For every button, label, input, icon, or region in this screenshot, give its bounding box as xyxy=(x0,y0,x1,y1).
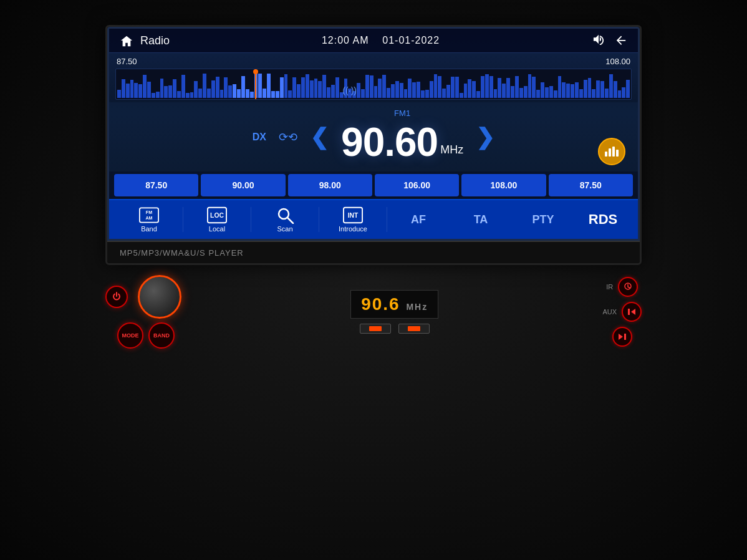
scan-button[interactable]: Scan xyxy=(251,204,319,235)
bottom-controls: FM AM Band LOC Local xyxy=(109,199,638,239)
preset-row: 87.50 90.00 98.00 106.00 108.00 87.50 xyxy=(109,171,638,199)
radio-title: Radio xyxy=(140,34,170,47)
main-frequency: 90.60 xyxy=(341,119,438,165)
scan-label-text: Scan xyxy=(277,225,292,233)
preset-5[interactable]: 108.00 xyxy=(461,174,546,196)
home-icon[interactable] xyxy=(119,35,134,46)
top-bar: Radio 12:00 AM 01-01-2022 xyxy=(109,29,638,53)
usb-slot-1 xyxy=(360,324,391,334)
prev-button[interactable] xyxy=(622,302,642,322)
introduce-label-text: Introduce xyxy=(339,225,367,233)
freq-max: 108.00 xyxy=(605,57,630,66)
mhz-label: MHz xyxy=(440,143,463,157)
unit-bottom: MP5/MP3/WMA&U/S PLAYER xyxy=(107,241,640,263)
eq-icon[interactable] xyxy=(598,138,625,165)
svg-rect-1 xyxy=(609,148,611,157)
power-button[interactable] xyxy=(105,286,128,308)
physical-controls: MODE BAND 90.6 MHz IR xyxy=(105,269,642,355)
freq-center: FM1 90.60 MHz xyxy=(341,109,463,165)
freq-bar-section: 87.50 108.00 ((·)) xyxy=(109,53,638,102)
band-label: FM1 xyxy=(394,109,410,118)
usb-slot-2 xyxy=(398,324,430,334)
screen: Radio 12:00 AM 01-01-2022 xyxy=(107,27,640,241)
dx-button[interactable]: DX xyxy=(253,132,266,143)
right-top-row: IR xyxy=(606,277,638,297)
right-mid-row: AUX xyxy=(602,302,642,322)
back-icon[interactable] xyxy=(614,34,628,47)
antenna-icon: ((·)) xyxy=(342,85,357,95)
preset-3[interactable]: 98.00 xyxy=(288,174,372,196)
center-section: 90.6 MHz xyxy=(350,290,438,334)
left-top-buttons xyxy=(105,275,186,319)
band-label-text: Band xyxy=(141,225,157,233)
preset-6[interactable]: 87.50 xyxy=(549,174,633,196)
volume-knob[interactable] xyxy=(138,275,181,319)
next-arrow[interactable]: ❯ xyxy=(476,124,494,150)
clock: 12:00 AM xyxy=(322,35,369,46)
introduce-button[interactable]: INT Introduce xyxy=(319,204,387,235)
rds-button[interactable]: RDS xyxy=(574,211,632,228)
band-button[interactable]: FM AM Band xyxy=(115,204,183,235)
ir-label: IR xyxy=(606,283,613,291)
svg-text:LOC: LOC xyxy=(210,212,224,219)
left-controls: MODE BAND xyxy=(105,275,186,349)
date: 01-01-2022 xyxy=(382,35,440,46)
svg-line-10 xyxy=(287,218,293,223)
ta-button[interactable]: TA xyxy=(450,211,512,229)
preset-4[interactable]: 106.00 xyxy=(375,174,459,196)
prev-arrow[interactable]: ❮ xyxy=(310,124,329,150)
preset-2[interactable]: 90.00 xyxy=(201,174,285,196)
svg-marker-13 xyxy=(631,309,635,315)
alarm-button[interactable] xyxy=(618,277,638,297)
aux-label: AUX xyxy=(602,308,617,316)
physical-freq-value: 90.6 xyxy=(361,294,400,314)
svg-text:AM: AM xyxy=(145,216,152,221)
volume-icon[interactable] xyxy=(592,34,605,47)
svg-rect-3 xyxy=(616,150,619,157)
mode-button[interactable]: MODE xyxy=(117,322,143,349)
clock-date: 12:00 AM 01-01-2022 xyxy=(322,35,440,46)
band-icon: FM AM xyxy=(139,206,159,224)
ticks-container xyxy=(116,69,631,99)
preset-1[interactable]: 87.50 xyxy=(114,174,198,196)
left-bottom-buttons: MODE BAND xyxy=(117,322,175,349)
top-bar-right xyxy=(592,34,628,47)
freq-scale: 87.50 108.00 xyxy=(115,57,632,66)
freq-display: DX ⟳⟲ ❮ FM1 90.60 MHz ❯ xyxy=(109,102,638,171)
physical-mhz: MHz xyxy=(406,302,428,312)
pty-button[interactable]: PTY xyxy=(512,211,574,229)
scan-icon xyxy=(275,206,295,224)
right-bot-row xyxy=(612,327,632,347)
svg-rect-14 xyxy=(628,309,630,315)
loop-icon[interactable]: ⟳⟲ xyxy=(279,130,297,144)
next-button[interactable] xyxy=(612,327,632,347)
svg-text:FM: FM xyxy=(146,210,152,215)
local-button[interactable]: LOC Local xyxy=(183,204,251,235)
top-bar-left: Radio xyxy=(119,34,170,47)
physical-freq-display: 90.6 MHz xyxy=(350,290,438,319)
right-controls: IR AUX xyxy=(602,277,642,347)
usb-slots xyxy=(360,324,430,334)
svg-rect-16 xyxy=(624,334,626,340)
freq-value-row: 90.60 MHz xyxy=(341,119,463,165)
af-button[interactable]: AF xyxy=(387,211,450,229)
svg-marker-15 xyxy=(619,334,623,340)
local-icon: LOC xyxy=(207,206,227,224)
signal-dot xyxy=(253,69,258,74)
car-surround: Radio 12:00 AM 01-01-2022 xyxy=(0,0,747,560)
svg-rect-0 xyxy=(605,152,607,157)
local-label-text: Local xyxy=(209,225,225,233)
svg-rect-2 xyxy=(612,147,615,157)
unit-frame: Radio 12:00 AM 01-01-2022 xyxy=(105,25,642,265)
introduce-icon: INT xyxy=(343,206,363,224)
player-label: MP5/MP3/WMA&U/S PLAYER xyxy=(120,248,244,258)
freq-bar-wrapper[interactable]: ((·)) xyxy=(115,69,632,100)
freq-min: 87.50 xyxy=(117,57,137,66)
band-physical-button[interactable]: BAND xyxy=(148,322,175,349)
svg-text:INT: INT xyxy=(348,212,359,219)
